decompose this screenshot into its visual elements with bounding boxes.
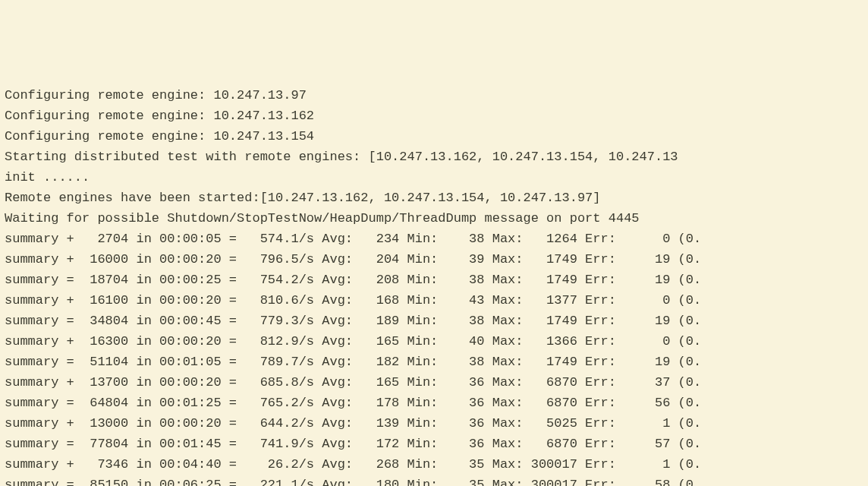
config-line-2: Configuring remote engine: 10.247.13.154 [5,126,863,147]
summary-line-9: summary + 13000 in 00:00:20 = 644.2/s Av… [5,413,863,434]
summary-line-7: summary + 13700 in 00:00:20 = 685.8/s Av… [5,372,863,393]
summary-line-1: summary + 16000 in 00:00:20 = 796.5/s Av… [5,249,863,270]
started-line: Remote engines have been started:[10.247… [5,188,863,208]
init-line: init ...... [5,167,863,188]
summary-line-12: summary = 85150 in 00:06:25 = 221.1/s Av… [5,475,863,486]
summary-line-10: summary = 77804 in 00:01:45 = 741.9/s Av… [5,434,863,454]
summary-line-2: summary = 18704 in 00:00:25 = 754.2/s Av… [5,270,863,290]
summary-line-0: summary + 2704 in 00:00:05 = 574.1/s Avg… [5,229,863,249]
config-line-1: Configuring remote engine: 10.247.13.162 [5,106,863,126]
summary-line-5: summary + 16300 in 00:00:20 = 812.9/s Av… [5,331,863,352]
config-line-0: Configuring remote engine: 10.247.13.97 [5,85,863,106]
summary-line-6: summary = 51104 in 00:01:05 = 789.7/s Av… [5,352,863,372]
summary-line-4: summary = 34804 in 00:00:45 = 779.3/s Av… [5,311,863,331]
waiting-line: Waiting for possible Shutdown/StopTestNo… [5,208,863,229]
start-line: Starting distributed test with remote en… [5,147,863,167]
summary-line-8: summary = 64804 in 00:01:25 = 765.2/s Av… [5,393,863,413]
summary-line-11: summary + 7346 in 00:04:40 = 26.2/s Avg:… [5,454,863,475]
summary-line-3: summary + 16100 in 00:00:20 = 810.6/s Av… [5,290,863,311]
terminal-output: Configuring remote engine: 10.247.13.97C… [5,85,863,486]
